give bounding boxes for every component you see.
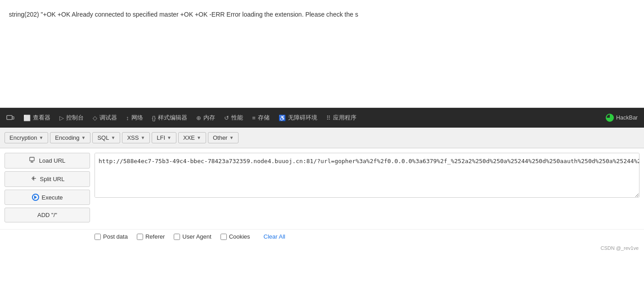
cookies-checkbox-label[interactable]: Cookies	[221, 233, 250, 240]
hackbar-button-panel: Load URL Split URL Execute ADD "/"	[5, 153, 90, 225]
footer-credit: CSDN @_rev1ve	[600, 245, 639, 251]
encoding-menu[interactable]: Encoding ▼	[50, 132, 90, 143]
tab-inspector[interactable]: ⬜ 查看器	[19, 108, 55, 128]
cookies-checkbox[interactable]	[221, 234, 227, 240]
hackbar-tab-label: HackBar	[616, 115, 638, 121]
tab-network[interactable]: ↕ 网络	[122, 108, 148, 128]
apps-icon: ⠿	[326, 115, 331, 121]
tab-apps-label: 应用程序	[333, 114, 356, 122]
lfi-menu[interactable]: LFI ▼	[152, 132, 176, 143]
tab-accessibility-label: 无障碍环境	[288, 114, 317, 122]
hackbar-main: Load URL Split URL Execute ADD "/"	[0, 148, 644, 229]
sql-label: SQL	[97, 134, 109, 141]
tab-storage-label: 存储	[258, 114, 270, 122]
clear-all-button[interactable]: Clear All	[264, 233, 285, 240]
hackbar-bottom-bar: Post data Referer User Agent Cookies Cle…	[0, 229, 644, 244]
sql-arrow-icon: ▼	[111, 135, 115, 140]
responsive-icon[interactable]	[2, 108, 19, 128]
tab-accessibility[interactable]: ♿ 无障碍环境	[274, 108, 322, 128]
user-agent-checkbox-label[interactable]: User Agent	[174, 233, 211, 240]
xxe-menu[interactable]: XXE ▼	[178, 132, 206, 143]
network-icon: ↕	[126, 115, 129, 121]
tab-memory-label: 内存	[203, 114, 215, 122]
output-area: string(202) "+OK +OK Already connected t…	[0, 0, 644, 108]
tab-style-editor[interactable]: {} 样式编辑器	[148, 108, 192, 128]
user-agent-checkbox[interactable]	[174, 234, 180, 240]
lfi-arrow-icon: ▼	[167, 135, 171, 140]
encoding-label: Encoding	[55, 134, 79, 141]
user-agent-label: User Agent	[182, 233, 211, 240]
load-url-icon	[29, 157, 36, 164]
execute-icon	[32, 194, 39, 201]
referer-checkbox-label[interactable]: Referer	[137, 233, 165, 240]
devtools-bar: ⬜ 查看器 ▷ 控制台 ◇ 调试器 ↕ 网络 {} 样式编辑器 ⊕ 内存 ↺ 性…	[0, 108, 644, 128]
lfi-label: LFI	[157, 134, 165, 141]
execute-button[interactable]: Execute	[5, 190, 90, 205]
load-url-label: Load URL	[39, 157, 66, 164]
tab-debugger-label: 调试器	[99, 114, 117, 122]
tab-style-editor-label: 样式编辑器	[158, 114, 187, 122]
other-arrow-icon: ▼	[229, 135, 234, 140]
style-editor-icon: {}	[152, 115, 156, 121]
hackbar-toolbar: Encryption ▼ Encoding ▼ SQL ▼ XSS ▼ LFI …	[0, 128, 644, 148]
tab-apps[interactable]: ⠿ 应用程序	[322, 108, 361, 128]
split-url-icon	[30, 175, 37, 183]
add-slash-button[interactable]: ADD "/"	[5, 208, 90, 222]
post-data-checkbox[interactable]	[95, 234, 101, 240]
encryption-arrow-icon: ▼	[39, 135, 43, 140]
other-menu[interactable]: Other ▼	[208, 132, 239, 143]
xss-label: XSS	[127, 134, 139, 141]
load-url-button[interactable]: Load URL	[5, 153, 90, 169]
debugger-icon: ◇	[93, 115, 97, 121]
svg-rect-2	[30, 157, 34, 161]
split-url-button[interactable]: Split URL	[5, 171, 90, 187]
referer-label: Referer	[145, 233, 165, 240]
other-label: Other	[213, 134, 228, 141]
xxe-arrow-icon: ▼	[197, 135, 201, 140]
post-data-label: Post data	[103, 233, 128, 240]
footer: CSDN @_rev1ve	[0, 244, 644, 253]
tab-console[interactable]: ▷ 控制台	[55, 108, 88, 128]
accessibility-icon: ♿	[279, 115, 286, 121]
tab-memory[interactable]: ⊕ 内存	[192, 108, 220, 128]
hackbar-logo-icon	[606, 114, 614, 122]
svg-rect-1	[12, 117, 14, 119]
split-url-label: Split URL	[40, 176, 65, 182]
tab-hackbar[interactable]: HackBar	[601, 108, 642, 128]
output-text: string(202) "+OK +OK Already connected t…	[9, 11, 358, 18]
encryption-label: Encryption	[9, 134, 37, 141]
inspector-icon: ⬜	[23, 115, 31, 121]
referer-checkbox[interactable]	[137, 234, 143, 240]
tab-performance[interactable]: ↺ 性能	[220, 108, 248, 128]
url-input-area	[95, 153, 639, 225]
sql-menu[interactable]: SQL ▼	[92, 132, 120, 143]
clear-all-label: Clear All	[264, 233, 285, 240]
cookies-label: Cookies	[229, 233, 250, 240]
memory-icon: ⊕	[196, 115, 201, 121]
xss-arrow-icon: ▼	[140, 135, 145, 140]
tab-storage[interactable]: ≡ 存储	[248, 108, 274, 128]
console-icon: ▷	[59, 115, 64, 121]
add-slash-label: ADD "/"	[37, 212, 57, 218]
tab-performance-label: 性能	[231, 114, 243, 122]
tab-console-label: 控制台	[66, 114, 84, 122]
performance-icon: ↺	[224, 115, 229, 121]
execute-play-icon	[34, 195, 37, 199]
tab-debugger[interactable]: ◇ 调试器	[88, 108, 122, 128]
storage-icon: ≡	[252, 115, 256, 121]
tab-inspector-label: 查看器	[33, 114, 50, 122]
post-data-checkbox-label[interactable]: Post data	[95, 233, 128, 240]
xxe-label: XXE	[183, 134, 195, 141]
execute-label: Execute	[42, 194, 63, 201]
tab-network-label: 网络	[131, 114, 143, 122]
encryption-menu[interactable]: Encryption ▼	[5, 132, 48, 143]
encoding-arrow-icon: ▼	[81, 135, 86, 140]
xss-menu[interactable]: XSS ▼	[122, 132, 150, 143]
svg-rect-0	[7, 115, 12, 120]
url-input[interactable]	[95, 153, 639, 198]
